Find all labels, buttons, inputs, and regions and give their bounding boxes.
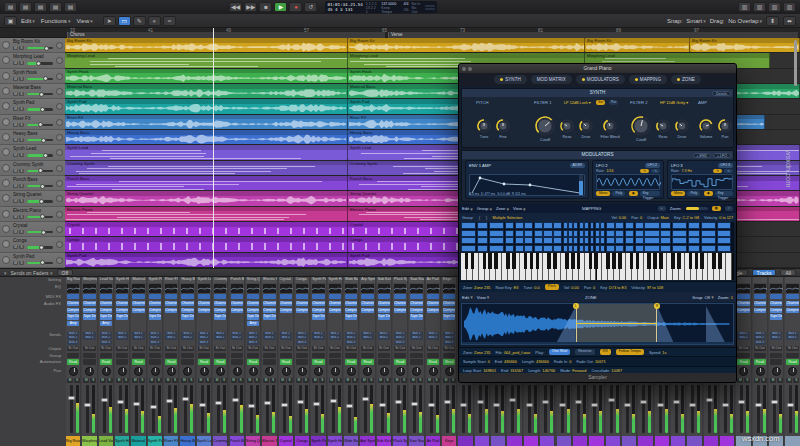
fader-track[interactable] <box>511 385 514 433</box>
output-slot[interactable]: St Out <box>67 346 79 351</box>
audio-fx-slot[interactable]: Channel EQ <box>247 301 259 306</box>
audio-fx-slot[interactable]: Tape Delay <box>312 314 324 319</box>
track-pan-knob[interactable] <box>56 134 63 141</box>
channel-name-label[interactable]: Air Pad <box>426 436 440 446</box>
eq-thumbnail[interactable] <box>263 284 275 293</box>
poly-button[interactable]: Poly <box>687 191 700 196</box>
mute-button[interactable]: M <box>198 378 204 383</box>
solo-button[interactable]: S <box>188 378 194 383</box>
keyboard-view-icon[interactable]: ▦ <box>712 206 721 212</box>
mute-button[interactable]: M <box>214 378 220 383</box>
mute-button[interactable]: M <box>13 46 18 50</box>
fader-track[interactable] <box>348 385 351 433</box>
black-key[interactable] <box>659 253 663 269</box>
audio-fx-slot[interactable]: Compressor <box>280 308 292 313</box>
pan-knob[interactable] <box>429 367 438 376</box>
audio-fx-slot[interactable]: Compressor <box>443 308 455 313</box>
track-volume-slider[interactable] <box>27 47 53 49</box>
eq-thumbnail[interactable] <box>737 284 749 293</box>
channel-name-label[interactable]: Morphing Lead <box>82 436 96 446</box>
fader-track[interactable] <box>626 385 629 433</box>
channel-strip[interactable]: Lead VocalChannel EQCompressorTape Delay… <box>99 277 114 446</box>
drag-menu[interactable]: Drag: No Overlap▾ <box>710 18 762 24</box>
black-key[interactable] <box>565 253 569 269</box>
sample-zone[interactable] <box>477 237 488 244</box>
mute-button[interactable]: M <box>132 378 138 383</box>
solo-button[interactable]: S <box>19 123 24 127</box>
forward-button[interactable]: ▶▶ <box>244 2 257 12</box>
send-slot[interactable]: Bus 3 <box>149 341 161 345</box>
track-pan-knob[interactable] <box>56 195 63 202</box>
fader-handle[interactable] <box>199 403 206 407</box>
track-header[interactable]: Synth PadMS <box>0 99 65 114</box>
track-pan-knob[interactable] <box>56 57 63 64</box>
fader-track[interactable] <box>413 385 416 433</box>
eq-thumbnail[interactable] <box>754 284 766 293</box>
group-slot[interactable] <box>165 353 177 358</box>
sample-zone[interactable] <box>524 237 533 244</box>
track-pan-knob[interactable] <box>56 73 63 80</box>
fader-track[interactable] <box>757 385 760 433</box>
solo-button[interactable]: S <box>303 378 309 383</box>
send-slot[interactable]: Bus 2 <box>345 336 357 340</box>
region[interactable]: Material Bass <box>65 84 348 98</box>
audio-fx-slot[interactable]: Tape Delay <box>181 314 193 319</box>
send-slot[interactable]: Bus 2 <box>132 336 144 340</box>
automation-slot[interactable]: Read <box>198 359 210 365</box>
lcd-display[interactable]: 01:01:34.21.54 45 4 3 131 1 1 1 1 13 2 2… <box>325 1 437 13</box>
sample-zone[interactable] <box>595 230 600 237</box>
zone-menu-edit[interactable]: Edit ▾ <box>462 294 473 300</box>
input-slot[interactable] <box>100 294 112 299</box>
mute-button[interactable]: M <box>149 378 155 383</box>
group-slot[interactable] <box>737 353 749 358</box>
solo-button[interactable]: S <box>19 184 24 188</box>
input-slot[interactable] <box>83 294 95 299</box>
mute-button[interactable]: M <box>13 169 18 173</box>
channel-name-label[interactable] <box>606 436 620 446</box>
audio-fx-slot[interactable]: Channel EQ <box>132 301 144 306</box>
sample-zone[interactable] <box>615 230 624 237</box>
sample-zone[interactable] <box>625 222 634 229</box>
send-slot[interactable]: Bus 1 <box>100 332 112 336</box>
input-slot[interactable] <box>263 294 275 299</box>
solo-button[interactable]: S <box>221 378 227 383</box>
fader-handle[interactable] <box>117 400 124 404</box>
region[interactable]: Synth Pad <box>65 253 348 267</box>
fader-track[interactable] <box>119 385 122 433</box>
send-slot[interactable]: Bus 1 <box>247 332 259 336</box>
fader-handle[interactable] <box>738 400 745 404</box>
track-header[interactable]: Synth LeadMS <box>0 145 65 160</box>
fader-track[interactable] <box>397 385 400 433</box>
black-key[interactable] <box>536 253 540 269</box>
fader-track[interactable] <box>103 385 106 433</box>
zone-param-field[interactable]: Fade Out: 10671 <box>576 359 605 364</box>
sync-icon[interactable]: ◆ <box>629 191 638 196</box>
output-slot[interactable]: St Out <box>181 346 193 351</box>
pan-knob[interactable] <box>380 367 389 376</box>
eq-thumbnail[interactable] <box>394 284 406 293</box>
filter-mode-ser[interactable]: Ser <box>596 100 605 105</box>
audio-fx-slot[interactable]: Compressor <box>149 308 161 313</box>
input-slot[interactable] <box>214 294 226 299</box>
mute-button[interactable]: M <box>754 378 760 383</box>
eq-thumbnail[interactable] <box>181 284 193 293</box>
channel-name-label[interactable]: Crystal <box>279 436 293 446</box>
output-slot[interactable]: St Out <box>754 346 766 351</box>
sample-zone[interactable] <box>461 245 476 252</box>
group-slot[interactable] <box>214 353 226 358</box>
sample-zone[interactable] <box>505 222 514 229</box>
automation-slot[interactable]: Read <box>247 359 259 365</box>
input-slot[interactable] <box>737 294 749 299</box>
eq-thumbnail[interactable] <box>378 284 390 293</box>
fader-handle[interactable] <box>150 405 157 409</box>
fader-track[interactable] <box>708 385 711 433</box>
sample-zone[interactable] <box>701 245 716 252</box>
track-pan-knob[interactable] <box>56 241 63 248</box>
sample-zone[interactable] <box>505 245 514 252</box>
output-slot[interactable]: St Out <box>198 346 210 351</box>
fader-handle[interactable] <box>526 403 533 407</box>
loop-start-handle[interactable]: L <box>573 303 579 309</box>
region[interactable]: Morphing Lead <box>65 53 348 67</box>
input-slot[interactable] <box>345 294 357 299</box>
fader-track[interactable] <box>577 385 580 433</box>
